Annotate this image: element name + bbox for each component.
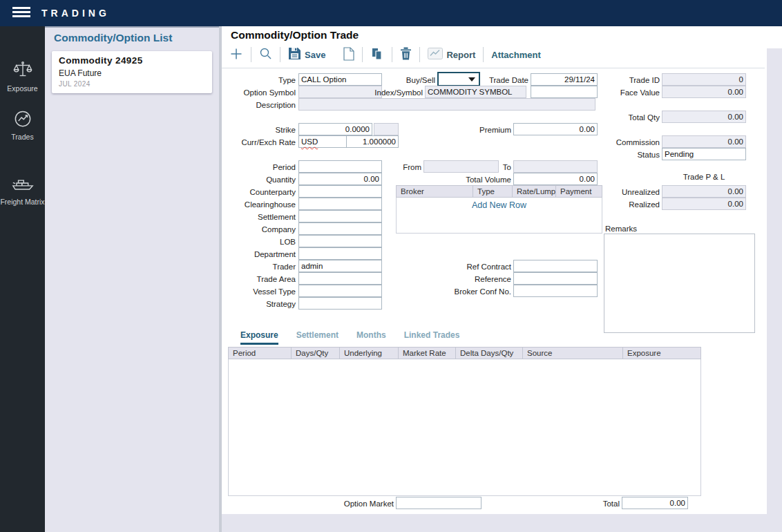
strategy-input[interactable] — [298, 297, 382, 310]
list-vertical-scrollbar[interactable] — [219, 26, 222, 532]
add-new-button[interactable] — [229, 47, 243, 63]
buy-sell-label: Buy/Sell — [387, 74, 435, 86]
realized-input — [662, 198, 746, 210]
trade-area-input[interactable] — [298, 272, 382, 285]
toolbar-divider — [362, 47, 363, 62]
plus-icon — [229, 47, 243, 63]
attachment-button[interactable]: Attachment — [491, 50, 541, 60]
reference-label: Reference — [442, 273, 511, 285]
period-label: Period — [227, 161, 296, 173]
status-label: Status — [604, 149, 660, 161]
trader-input[interactable] — [298, 260, 382, 272]
main-horizontal-scrollbar[interactable] — [222, 514, 782, 532]
toolbar-divider — [419, 47, 420, 62]
status-input[interactable] — [662, 148, 746, 160]
trade-area-label: Trade Area — [227, 273, 296, 285]
trader-label: Trader — [227, 260, 296, 273]
new-document-button[interactable] — [343, 47, 354, 63]
tab-exposure[interactable]: Exposure — [240, 330, 278, 345]
report-button[interactable]: Report — [428, 48, 475, 61]
face-value-input — [662, 86, 746, 98]
broker-table-header: Broker Type Rate/Lump Payment — [396, 185, 602, 198]
hamburger-menu-icon[interactable] — [12, 7, 30, 19]
save-button[interactable]: Save — [288, 47, 325, 62]
strategy-label: Strategy — [227, 298, 296, 310]
toolbar-divider — [251, 47, 251, 62]
delete-button[interactable] — [400, 47, 412, 62]
clearinghouse-label: Clearinghouse — [227, 198, 296, 211]
tab-linked-trades[interactable]: Linked Trades — [404, 330, 460, 345]
total-volume-input[interactable] — [513, 173, 598, 185]
remarks-textarea[interactable] — [604, 234, 755, 333]
exch-rate-input[interactable] — [346, 135, 399, 148]
main-vertical-scrollbar[interactable] — [767, 48, 782, 514]
toolbar: Save Report Attachment — [229, 46, 541, 64]
tab-settlement[interactable]: Settlement — [296, 330, 338, 345]
add-new-row-link[interactable]: Add New Row — [396, 200, 602, 210]
page-title: Commodity/Option Trade — [231, 29, 359, 41]
save-floppy-icon — [288, 47, 301, 62]
currency-value: USD — [301, 137, 318, 146]
toolbar-divider-line — [222, 68, 765, 68]
ref-contract-label: Ref Contract — [442, 260, 511, 273]
type-input[interactable] — [298, 73, 382, 86]
commission-label: Commission — [604, 136, 660, 149]
vessel-type-label: Vessel Type — [227, 285, 296, 298]
description-label: Description — [227, 99, 296, 111]
payment-col-header: Payment — [555, 186, 603, 197]
top-bar: TRADING — [0, 0, 782, 26]
index-symbol-input — [425, 86, 526, 98]
tab-months[interactable]: Months — [356, 330, 386, 345]
trading-app-window: TRADING Exposure Trades — [0, 0, 782, 532]
settlement-input[interactable] — [298, 210, 382, 222]
report-chart-icon — [428, 48, 443, 61]
strike-input[interactable] — [298, 123, 372, 135]
sidebar-item-label: Freight Matrix — [0, 198, 44, 206]
company-label: Company — [227, 223, 296, 236]
underlying-col-header: Underlying — [339, 348, 398, 359]
settlement-label: Settlement — [227, 211, 296, 223]
delta-days-qty-col-header: Delta Days/Qty — [455, 348, 522, 359]
sidebar-item-trades[interactable]: Trades — [0, 108, 45, 141]
quantity-input[interactable] — [298, 173, 382, 185]
department-input[interactable] — [298, 247, 382, 260]
list-panel-title: Commodity/Option List — [54, 32, 172, 44]
reference-input[interactable] — [513, 272, 598, 285]
broker-conf-no-input[interactable] — [513, 285, 598, 297]
clearinghouse-input[interactable] — [298, 198, 382, 210]
commodity-card[interactable]: Commodity 24925 EUA Future JUL 2024 — [52, 51, 212, 93]
ref-contract-input[interactable] — [513, 260, 598, 272]
left-nav-sidebar: Exposure Trades Freight Matrix — [0, 26, 45, 532]
chevron-down-icon — [468, 77, 475, 82]
toolbar-divider — [392, 47, 392, 62]
commodity-card-period: JUL 2024 — [59, 80, 90, 88]
from-input — [423, 160, 499, 173]
trade-id-label: Trade ID — [604, 74, 660, 86]
total-qty-label: Total Qty — [604, 111, 660, 124]
trash-icon — [400, 47, 412, 62]
counterparty-input[interactable] — [298, 185, 382, 198]
buy-sell-dropdown[interactable] — [437, 72, 480, 86]
currency-input[interactable]: USD — [298, 135, 347, 148]
search-button[interactable] — [259, 47, 272, 62]
period-input[interactable] — [298, 160, 382, 173]
realized-label: Realized — [604, 198, 660, 211]
vessel-type-input[interactable] — [298, 285, 382, 297]
attachment-button-label: Attachment — [491, 50, 541, 60]
trade-id-input — [662, 73, 746, 86]
premium-input[interactable] — [513, 123, 598, 135]
option-market-label: Option Market — [325, 497, 394, 510]
sidebar-item-exposure[interactable]: Exposure — [0, 59, 45, 93]
company-input[interactable] — [298, 222, 382, 235]
lob-input[interactable] — [298, 235, 382, 247]
copy-button[interactable] — [370, 47, 384, 63]
trade-date-input[interactable] — [531, 73, 598, 86]
index-symbol-secondary-input[interactable] — [531, 86, 598, 98]
option-market-input[interactable] — [396, 497, 481, 509]
commodity-option-list-panel: Commodity/Option List Commodity 24925 EU… — [45, 26, 219, 532]
total-input[interactable] — [622, 497, 688, 509]
report-button-label: Report — [446, 50, 475, 60]
sidebar-item-freight-matrix[interactable]: Freight Matrix — [0, 171, 45, 206]
document-icon — [343, 47, 354, 63]
index-symbol-label: Index/Symbol — [368, 86, 423, 99]
